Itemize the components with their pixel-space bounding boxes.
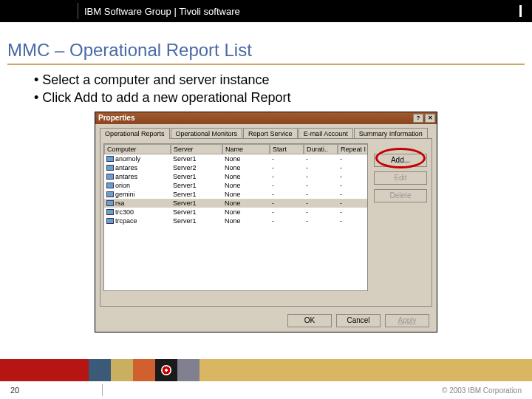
dialog-titlebar: Properties ? ✕: [95, 112, 437, 124]
header-bar: IBM Software Group | Tivoli software IBM: [0, 0, 532, 22]
table-row[interactable]: rsaServer1None---: [104, 199, 367, 208]
cancel-button[interactable]: Cancel: [336, 314, 381, 327]
col-duration[interactable]: Durati..: [304, 144, 338, 154]
cell-server: Server1: [171, 181, 222, 190]
col-repeat[interactable]: Repeat I: [338, 144, 368, 154]
ibm-logo-icon: IBM: [519, 5, 522, 17]
cell-duration: -: [304, 216, 338, 225]
bullet-list: Select a computer and server instance Cl…: [7, 71, 525, 107]
table-row[interactable]: geminiServer1None---: [104, 190, 367, 199]
cell-start: -: [270, 181, 304, 190]
cell-computer: rsa: [104, 199, 171, 208]
cell-server: Server2: [171, 163, 222, 172]
cell-computer: trcpace: [104, 216, 171, 225]
computer-icon: [106, 165, 114, 171]
cell-repeat: -: [338, 190, 368, 199]
tab-email-account[interactable]: E-mail Account: [299, 128, 353, 139]
cell-repeat: -: [338, 154, 368, 163]
footer-red-block: [0, 359, 89, 381]
tab-summary-information[interactable]: Summary Information: [354, 128, 428, 139]
table-row[interactable]: antaresServer2None---: [104, 163, 367, 172]
col-name[interactable]: Name: [222, 144, 270, 154]
cell-duration: -: [304, 199, 338, 208]
cell-repeat: -: [338, 216, 368, 225]
cell-repeat: -: [338, 163, 368, 172]
cell-server: Server1: [171, 199, 222, 208]
cell-name: None: [222, 208, 270, 216]
dialog-title: Properties: [98, 114, 134, 122]
computer-icon: [106, 183, 114, 188]
slide-title: MMC – Operational Report List: [7, 40, 525, 65]
cell-name: None: [222, 190, 270, 199]
cell-duration: -: [304, 172, 338, 181]
cell-start: -: [270, 208, 304, 216]
cell-computer: gemini: [104, 190, 171, 199]
properties-dialog: Properties ? ✕ Operational Reports Opera…: [95, 112, 437, 332]
slide-content: MMC – Operational Report List Select a c…: [0, 22, 532, 332]
cell-name: None: [222, 172, 270, 181]
close-button[interactable]: ✕: [425, 114, 435, 123]
cell-duration: -: [304, 190, 338, 199]
cell-start: -: [270, 154, 304, 163]
computer-icon: [106, 200, 114, 206]
col-server[interactable]: Server: [171, 144, 222, 154]
computer-icon: [106, 218, 114, 224]
cell-computer: orion: [104, 181, 171, 190]
cell-repeat: -: [338, 208, 368, 216]
eye-icon: [161, 365, 171, 375]
cell-repeat: -: [338, 172, 368, 181]
tab-panel: Computer Server Name Start Durati.. Repe…: [100, 138, 432, 307]
edit-button[interactable]: Edit: [374, 171, 427, 185]
footer-bottom: 20 © 2003 IBM Corporation: [0, 381, 532, 399]
cell-duration: -: [304, 208, 338, 216]
add-button[interactable]: Add...: [374, 154, 427, 167]
cell-name: None: [222, 216, 270, 225]
table-row[interactable]: antaresServer1None---: [104, 172, 367, 181]
dialog-footer: OK Cancel Apply: [95, 311, 437, 332]
page-number: 20: [10, 386, 19, 395]
cell-duration: -: [304, 181, 338, 190]
cell-computer: antares: [104, 172, 171, 181]
tab-operational-reports[interactable]: Operational Reports: [100, 128, 170, 139]
report-listview[interactable]: Computer Server Name Start Durati.. Repe…: [103, 143, 368, 291]
cell-name: None: [222, 181, 270, 190]
thumb-icon: [111, 359, 133, 381]
computer-icon: [106, 174, 114, 180]
cell-repeat: -: [338, 199, 368, 208]
cell-server: Server1: [171, 154, 222, 163]
header-left: IBM Software Group | Tivoli software: [0, 3, 240, 19]
cell-start: -: [270, 172, 304, 181]
cell-name: None: [222, 154, 270, 163]
table-row[interactable]: trcpaceServer1None---: [104, 216, 367, 225]
table-row[interactable]: orionServer1None---: [104, 181, 367, 190]
table-row[interactable]: trc300Server1None---: [104, 208, 367, 216]
cell-computer: trc300: [104, 208, 171, 216]
computer-icon: [106, 156, 114, 162]
cell-server: Server1: [171, 172, 222, 181]
cell-start: -: [270, 190, 304, 199]
cell-server: Server1: [171, 190, 222, 199]
tab-operational-monitors[interactable]: Operational Monitors: [171, 128, 243, 139]
header-group-text: IBM Software Group | Tivoli software: [84, 6, 240, 17]
header-divider: [78, 3, 78, 19]
slide-footer: 20 © 2003 IBM Corporation: [0, 359, 532, 399]
cell-name: None: [222, 199, 270, 208]
footer-strip: [0, 359, 532, 381]
cell-computer: antares: [104, 163, 171, 172]
copyright-text: © 2003 IBM Corporation: [442, 386, 522, 395]
apply-button[interactable]: Apply: [385, 314, 429, 327]
tab-report-service[interactable]: Report Service: [243, 128, 298, 139]
cell-start: -: [270, 199, 304, 208]
cell-name: None: [222, 163, 270, 172]
col-computer[interactable]: Computer: [104, 144, 171, 154]
footer-thumbnails: [89, 359, 200, 381]
listview-header: Computer Server Name Start Durati.. Repe…: [104, 144, 367, 154]
help-button[interactable]: ?: [413, 114, 423, 123]
thumb-icon: [89, 359, 111, 381]
col-start[interactable]: Start: [270, 144, 304, 154]
on-demand-icon: [155, 359, 177, 381]
cell-repeat: -: [338, 181, 368, 190]
delete-button[interactable]: Delete: [374, 189, 427, 202]
ok-button[interactable]: OK: [287, 314, 332, 327]
table-row[interactable]: anomolyServer1None---: [104, 154, 367, 163]
